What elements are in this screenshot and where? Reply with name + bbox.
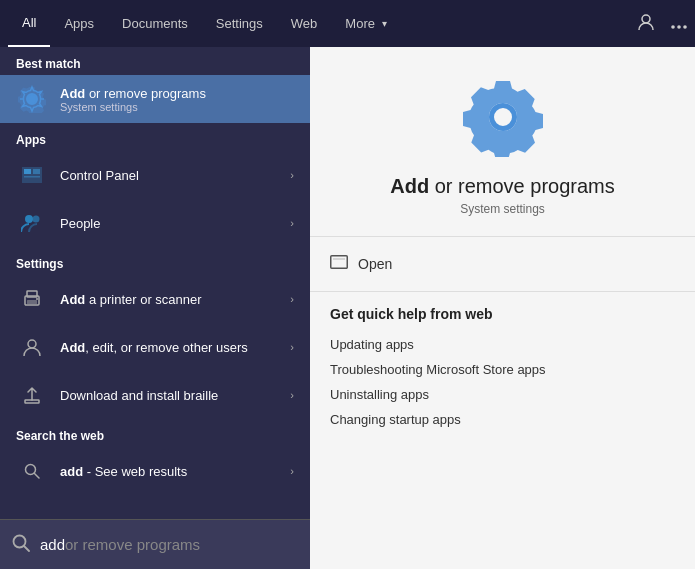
svg-rect-7: [33, 169, 40, 174]
quick-link-2[interactable]: Uninstalling apps: [330, 382, 675, 407]
svg-rect-6: [24, 169, 31, 174]
apps-header: Apps: [0, 123, 310, 151]
printer-chevron: ›: [290, 293, 294, 305]
people-chevron: ›: [290, 217, 294, 229]
control-panel-chevron: ›: [290, 169, 294, 181]
web-search-item[interactable]: add - See web results ›: [0, 447, 310, 495]
web-search-icon: [16, 455, 48, 487]
detail-header: Add or remove programs System settings: [310, 47, 695, 237]
settings-users[interactable]: Add, edit, or remove other users ›: [0, 323, 310, 371]
settings-header: Settings: [0, 247, 310, 275]
svg-point-0: [642, 15, 650, 23]
search-bar-icon: [12, 534, 30, 555]
braille-icon: [16, 379, 48, 411]
open-action[interactable]: Open: [330, 251, 675, 277]
settings-printer[interactable]: Add a printer or scanner ›: [0, 275, 310, 323]
svg-point-3: [683, 25, 687, 29]
svg-rect-12: [27, 300, 37, 304]
quick-link-3[interactable]: Changing startup apps: [330, 407, 675, 432]
search-ghost-text: or remove programs: [65, 536, 200, 553]
nav-tab-settings[interactable]: Settings: [202, 0, 277, 47]
svg-point-1: [671, 25, 675, 29]
svg-line-18: [35, 474, 40, 479]
more-chevron-icon: ▾: [382, 18, 387, 29]
search-bar[interactable]: add or remove programs: [0, 519, 310, 569]
settings-braille[interactable]: Download and install braille ›: [0, 371, 310, 419]
svg-rect-21: [331, 256, 348, 269]
apps-control-panel[interactable]: Control Panel ›: [0, 151, 310, 199]
more-label: More: [345, 16, 375, 31]
printer-label: Add a printer or scanner: [60, 292, 286, 307]
people-icon: [16, 207, 48, 239]
quick-help-section: Get quick help from web Updating apps Tr…: [310, 292, 695, 446]
detail-title: Add or remove programs: [390, 175, 615, 198]
open-icon: [330, 255, 348, 273]
open-label: Open: [358, 256, 392, 272]
nav-tab-web[interactable]: Web: [277, 0, 332, 47]
svg-point-15: [28, 340, 36, 348]
more-options-icon[interactable]: [671, 15, 687, 33]
right-panel: Add or remove programs System settings O…: [310, 47, 695, 569]
svg-point-9: [25, 215, 33, 223]
users-icon: [16, 331, 48, 363]
control-panel-icon: [16, 159, 48, 191]
best-match-header: Best match: [0, 47, 310, 75]
svg-line-20: [24, 546, 29, 551]
web-search-header: Search the web: [0, 419, 310, 447]
nav-tab-more[interactable]: More ▾: [331, 0, 401, 47]
control-panel-label: Control Panel: [60, 168, 286, 183]
quick-link-1[interactable]: Troubleshooting Microsoft Store apps: [330, 357, 675, 382]
nav-tab-apps[interactable]: Apps: [50, 0, 108, 47]
gear-icon: [16, 83, 48, 115]
svg-rect-16: [25, 400, 39, 403]
web-search-label: add - See web results: [60, 464, 286, 479]
users-label: Add, edit, or remove other users: [60, 340, 286, 355]
svg-point-14: [36, 298, 38, 300]
detail-gear-icon: [463, 77, 543, 161]
svg-point-2: [677, 25, 681, 29]
braille-chevron: ›: [290, 389, 294, 401]
best-match-item[interactable]: Add or remove programs System settings: [0, 75, 310, 123]
users-chevron: ›: [290, 341, 294, 353]
best-match-text: Add or remove programs System settings: [60, 86, 294, 113]
detail-subtitle: System settings: [460, 202, 545, 216]
left-panel: Best match Add or remove programs System…: [0, 47, 310, 569]
svg-rect-8: [24, 176, 40, 178]
detail-actions: Open: [310, 237, 695, 292]
nav-tab-all[interactable]: All: [8, 0, 50, 47]
braille-label: Download and install braille: [60, 388, 286, 403]
apps-people[interactable]: People ›: [0, 199, 310, 247]
user-icon[interactable]: [637, 13, 655, 35]
people-label: People: [60, 216, 286, 231]
top-nav: All Apps Documents Settings Web More ▾: [0, 0, 695, 47]
web-chevron: ›: [290, 465, 294, 477]
quick-help-title: Get quick help from web: [330, 306, 675, 322]
printer-icon: [16, 283, 48, 315]
search-typed-text: add: [40, 536, 65, 553]
nav-tab-documents[interactable]: Documents: [108, 0, 202, 47]
search-input-display[interactable]: add or remove programs: [40, 536, 298, 553]
main-content: Best match Add or remove programs System…: [0, 47, 695, 569]
quick-link-0[interactable]: Updating apps: [330, 332, 675, 357]
svg-point-10: [33, 216, 40, 223]
